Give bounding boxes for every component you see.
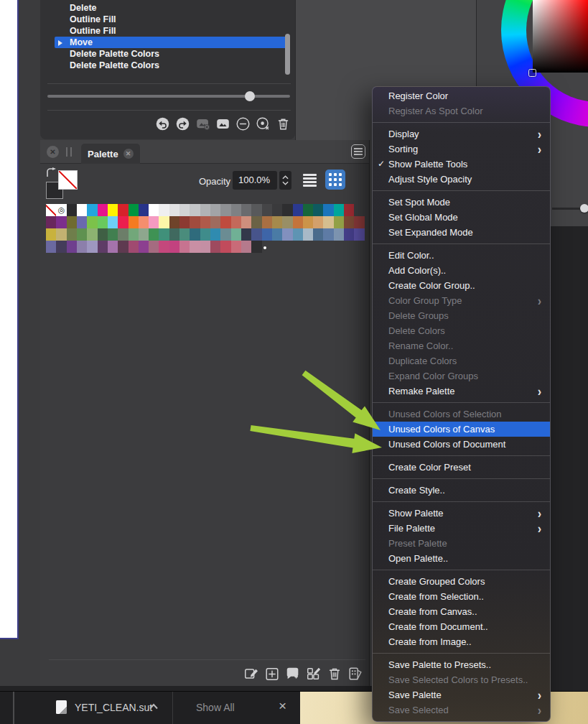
color-swatch[interactable] bbox=[139, 241, 149, 253]
color-swatch[interactable] bbox=[139, 228, 149, 241]
color-swatch[interactable] bbox=[118, 204, 128, 216]
color-swatch[interactable] bbox=[179, 204, 190, 216]
undo-icon[interactable] bbox=[155, 116, 170, 131]
color-swatch[interactable] bbox=[56, 228, 66, 241]
color-swatch[interactable] bbox=[220, 228, 230, 241]
menu-item-register-color[interactable]: Register Color bbox=[373, 88, 550, 103]
menu-item-unused-colors-of-canvas[interactable]: Unused Colors of Canvas bbox=[373, 422, 550, 437]
color-swatch[interactable] bbox=[293, 216, 303, 228]
color-slider[interactable] bbox=[552, 208, 588, 210]
menu-item-create-grouped-colors[interactable]: Create Grouped Colors bbox=[373, 574, 550, 589]
history-item[interactable]: Outline Fill bbox=[40, 25, 295, 37]
color-swatch[interactable] bbox=[129, 216, 139, 228]
color-swatch[interactable] bbox=[159, 228, 169, 241]
color-swatch[interactable] bbox=[108, 241, 118, 253]
color-swatch[interactable] bbox=[272, 216, 282, 228]
list-view-button[interactable] bbox=[303, 173, 317, 187]
color-swatch[interactable] bbox=[169, 216, 179, 228]
color-swatch[interactable] bbox=[56, 216, 66, 228]
color-swatch[interactable] bbox=[293, 228, 303, 241]
color-swatch[interactable] bbox=[210, 228, 220, 241]
color-swatch[interactable] bbox=[139, 216, 149, 228]
color-swatch[interactable] bbox=[251, 228, 261, 241]
color-swatch[interactable] bbox=[179, 228, 190, 241]
color-swatch[interactable] bbox=[87, 204, 97, 216]
color-swatch[interactable] bbox=[231, 228, 241, 241]
color-swatch[interactable] bbox=[200, 204, 210, 216]
menu-item-adjust-style-opacity[interactable]: Adjust Style Opacity bbox=[373, 172, 550, 187]
color-slider-knob[interactable] bbox=[580, 204, 588, 213]
menu-item-remake-palette[interactable]: Remake Palette› bbox=[373, 384, 550, 399]
color-swatch[interactable] bbox=[159, 241, 169, 253]
menu-item-create-color-preset[interactable]: Create Color Preset bbox=[373, 460, 550, 475]
fill-none-swatch[interactable] bbox=[58, 170, 78, 190]
color-swatch[interactable] bbox=[210, 216, 220, 228]
history-item[interactable]: Delete bbox=[40, 2, 295, 14]
color-swatch[interactable] bbox=[118, 241, 128, 253]
color-swatch[interactable] bbox=[67, 204, 77, 216]
color-swatch[interactable] bbox=[303, 204, 313, 216]
swatch-none[interactable] bbox=[46, 204, 56, 216]
color-swatch[interactable] bbox=[200, 216, 210, 228]
color-swatch[interactable] bbox=[272, 228, 282, 241]
menu-item-unused-colors-of-document[interactable]: Unused Colors of Document bbox=[373, 437, 550, 452]
menu-item-create-from-selection[interactable]: Create from Selection.. bbox=[373, 589, 550, 604]
color-swatch[interactable] bbox=[344, 204, 354, 216]
color-swatch[interactable] bbox=[108, 204, 118, 216]
menu-item-create-style[interactable]: Create Style.. bbox=[373, 483, 550, 498]
color-swatch[interactable] bbox=[313, 216, 323, 228]
color-picker-handle[interactable] bbox=[528, 69, 536, 77]
history-slider-knob[interactable] bbox=[245, 91, 255, 101]
color-swatch[interactable] bbox=[87, 216, 97, 228]
redo-icon[interactable] bbox=[175, 116, 190, 131]
color-swatch[interactable] bbox=[334, 228, 344, 241]
color-swatch[interactable] bbox=[262, 216, 272, 228]
opacity-stepper[interactable] bbox=[279, 171, 291, 190]
panel-drag-handle[interactable] bbox=[66, 147, 72, 157]
color-swatch[interactable] bbox=[334, 216, 344, 228]
color-swatch[interactable] bbox=[241, 228, 251, 241]
menu-item-create-from-image[interactable]: Create from Image.. bbox=[373, 634, 550, 649]
color-swatch[interactable] bbox=[169, 228, 179, 241]
color-swatch[interactable] bbox=[159, 216, 169, 228]
swatch-registration[interactable]: ◎ bbox=[56, 204, 66, 216]
color-swatch[interactable] bbox=[149, 241, 159, 253]
color-swatch[interactable] bbox=[231, 216, 241, 228]
color-swatch[interactable] bbox=[179, 216, 190, 228]
history-item[interactable]: Delete Palette Colors bbox=[40, 60, 295, 71]
color-swatch[interactable] bbox=[87, 241, 97, 253]
color-swatch[interactable] bbox=[282, 228, 292, 241]
color-swatch[interactable] bbox=[303, 228, 313, 241]
color-swatch[interactable] bbox=[190, 228, 200, 241]
color-swatch[interactable] bbox=[129, 228, 139, 241]
color-swatch[interactable] bbox=[77, 204, 87, 216]
menu-item-add-color-s[interactable]: Add Color(s).. bbox=[373, 263, 550, 278]
color-swatch[interactable] bbox=[129, 204, 139, 216]
show-all-button[interactable]: Show All bbox=[196, 702, 235, 713]
color-swatch[interactable] bbox=[98, 241, 108, 253]
history-item[interactable]: Outline Fill bbox=[40, 14, 295, 25]
color-swatch[interactable] bbox=[179, 241, 190, 253]
color-swatch[interactable] bbox=[313, 204, 323, 216]
history-item[interactable]: Delete Palette Colors bbox=[40, 48, 295, 60]
color-swatch[interactable] bbox=[241, 241, 251, 253]
document-tab-name[interactable]: YETI_CLEAN.sut bbox=[75, 702, 152, 713]
color-swatch[interactable] bbox=[293, 204, 303, 216]
edit-style-icon[interactable] bbox=[243, 666, 259, 682]
color-swatch[interactable] bbox=[149, 228, 159, 241]
menu-item-show-palette-tools[interactable]: ✓Show Palette Tools bbox=[373, 157, 550, 172]
menu-item-save-palette-to-presets[interactable]: Save Palette to Presets.. bbox=[373, 657, 550, 672]
menu-item-create-from-canvas[interactable]: Create from Canvas.. bbox=[373, 604, 550, 619]
color-swatch[interactable] bbox=[354, 216, 364, 228]
color-swatch[interactable] bbox=[87, 228, 97, 241]
color-swatch[interactable] bbox=[46, 241, 56, 253]
color-swatch[interactable] bbox=[118, 228, 128, 241]
tab-close-icon[interactable]: ✕ bbox=[123, 149, 134, 159]
tab-palette[interactable]: Palette ✕ bbox=[81, 144, 140, 164]
menu-item-edit-color[interactable]: Edit Color.. bbox=[373, 248, 550, 263]
color-swatch[interactable] bbox=[231, 204, 241, 216]
color-swatch[interactable] bbox=[129, 241, 139, 253]
color-swatch[interactable] bbox=[220, 216, 230, 228]
color-swatch[interactable] bbox=[149, 204, 159, 216]
menu-item-set-spot-mode[interactable]: Set Spot Mode bbox=[373, 195, 550, 210]
